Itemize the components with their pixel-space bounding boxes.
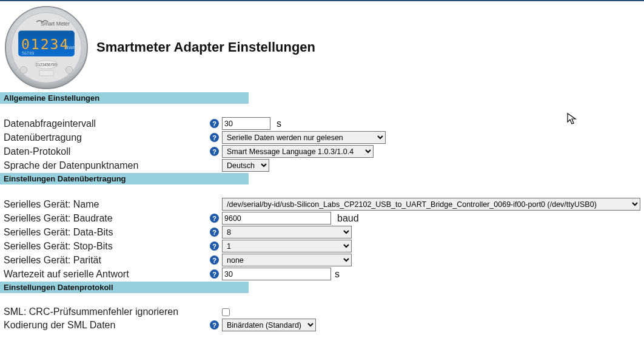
input-baudrate[interactable] <box>222 212 331 225</box>
label-serial-wait: Wartezeit auf serielle Antwort <box>4 269 210 280</box>
label-protocol: Daten-Protokoll <box>4 146 210 157</box>
section-protocol-settings: Einstellungen Datenprotokoll <box>0 282 249 293</box>
svg-rect-8 <box>39 70 53 76</box>
label-transmission: Datenübertragung <box>4 132 210 143</box>
help-icon[interactable]: ? <box>210 320 219 330</box>
select-datapoint-lang[interactable]: Deutsch <box>222 159 269 172</box>
page-title: Smartmeter Adapter Einstellungen <box>96 39 315 55</box>
label-baudrate: Serielles Gerät: Baudrate <box>4 213 210 224</box>
help-icon[interactable]: ? <box>210 214 219 223</box>
meter-brand: Smart Meter <box>41 21 70 27</box>
header: Smart Meter 01234 kWh 56789 0123456789 S… <box>0 1 644 92</box>
input-serial-wait[interactable] <box>222 268 331 280</box>
checkbox-crc-ignore[interactable] <box>222 308 230 316</box>
unit-interval: s <box>277 118 281 129</box>
svg-text:01234: 01234 <box>21 36 69 52</box>
label-stop-bits: Serielles Gerät: Stop-Bits <box>4 241 210 252</box>
label-interval: Datenabfrageintervall <box>4 118 210 129</box>
input-interval[interactable] <box>222 117 270 130</box>
label-data-bits: Serielles Gerät: Data-Bits <box>4 227 210 238</box>
svg-text:kWh: kWh <box>66 45 75 50</box>
help-icon[interactable]: ? <box>210 242 219 251</box>
smartmeter-icon: Smart Meter 01234 kWh 56789 0123456789 <box>2 5 90 90</box>
help-icon[interactable]: ? <box>210 119 219 128</box>
unit-baud: baud <box>337 213 359 224</box>
svg-text:0123456789: 0123456789 <box>36 63 57 67</box>
section-transmission-settings: Einstellungen Datenübertragung <box>0 173 249 184</box>
help-icon[interactable]: ? <box>210 147 219 156</box>
select-transmission[interactable]: Serielle Daten werden nur gelesen <box>222 131 386 144</box>
select-parity[interactable]: none <box>222 254 352 266</box>
section-general-settings: Allgemeine Einstellungen <box>0 92 249 104</box>
help-icon[interactable]: ? <box>210 228 219 237</box>
unit-serial-wait: s <box>335 269 340 280</box>
svg-point-9 <box>20 66 27 73</box>
svg-point-10 <box>65 66 73 73</box>
select-stop-bits[interactable]: 1 <box>222 240 352 252</box>
label-serial-device: Serielles Gerät: Name <box>4 199 210 210</box>
help-icon[interactable]: ? <box>210 269 219 279</box>
label-sml-encoding: Kodierung der SML Daten <box>4 320 210 331</box>
select-serial-device[interactable]: /dev/serial/by-id/usb-Silicon_Labs_CP210… <box>222 198 640 211</box>
select-protocol[interactable]: Smart Message Language 1.0.3/1.0.4 <box>222 145 374 158</box>
label-crc-ignore: SML: CRC-Prüfsummenfehler ignorieren <box>4 306 210 317</box>
help-icon[interactable]: ? <box>210 255 219 265</box>
select-data-bits[interactable]: 8 <box>222 226 352 238</box>
help-icon[interactable]: ? <box>210 133 219 142</box>
svg-text:56789: 56789 <box>22 51 34 56</box>
label-parity: Serielles Gerät: Parität <box>4 255 210 266</box>
label-datapoint-lang: Sprache der Datenpunktnamen <box>4 160 210 171</box>
select-sml-encoding[interactable]: Binärdaten (Standard) <box>222 319 316 331</box>
